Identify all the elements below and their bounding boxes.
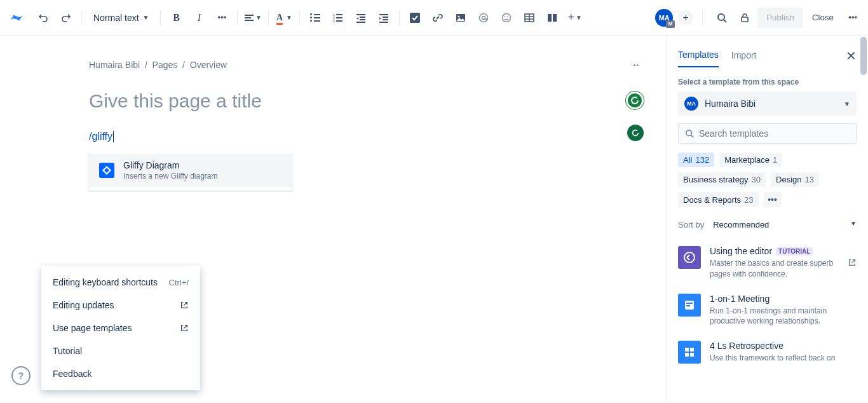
separator [81,10,82,25]
category-chip[interactable]: Design13 [771,172,819,187]
autocomplete-title: Gliffy Diagram [123,160,218,170]
main-area: Humaira Bibi / Pages / Overview ↔ Give t… [0,36,868,403]
slash-command-text[interactable]: /gliffy [89,131,114,142]
svg-rect-31 [685,353,689,357]
template-item[interactable]: 1-on-1 Meeting Run 1-on-1 meetings and m… [678,294,857,327]
layouts-button[interactable] [542,8,562,28]
template-item[interactable]: 4 Ls Retrospective Use this framework to… [678,341,857,364]
close-sidebar-icon[interactable]: ✕ [846,48,857,69]
table-button[interactable] [519,8,539,28]
autocomplete-popup: Gliffy Diagram Inserts a new Gliffy diag… [89,150,292,191]
avatar-badge: M [666,20,675,28]
space-avatar: MA [684,97,698,111]
tab-templates[interactable]: Templates [678,50,719,67]
more-actions-button[interactable]: ••• [843,8,863,28]
space-name: Humaira Bibi [705,99,837,109]
invite-button[interactable]: + [678,10,693,25]
action-item-button[interactable] [405,8,425,28]
separator [702,10,703,25]
shortcut-label: Ctrl+/ [169,278,189,287]
breadcrumb-item[interactable]: Pages [153,60,178,70]
template-title: 1-on-1 Meeting [710,294,770,304]
autocomplete-desc: Inserts a new Gliffy diagram [123,172,218,181]
svg-rect-32 [690,353,694,357]
category-chip[interactable]: Marketplace1 [719,153,782,167]
indent-button[interactable] [374,8,394,28]
more-categories-button[interactable]: ••• [764,192,782,207]
user-avatar[interactable]: MAM [655,9,673,27]
emoji-button[interactable] [496,8,517,28]
sort-select[interactable]: Recommended▼ [713,217,857,232]
breadcrumb-item[interactable]: Overview [190,60,227,70]
close-button[interactable]: Close [806,8,840,28]
svg-rect-29 [685,348,689,352]
bold-button[interactable]: B [166,8,186,28]
scrollbar[interactable] [860,37,867,75]
help-menu: Editing keyboard shortcutsCtrl+/ Editing… [41,266,200,390]
separator [268,10,269,25]
open-external-icon[interactable] [848,258,857,267]
space-selector[interactable]: MA Humaira Bibi ▼ [678,92,857,116]
sort-row: Sort by Recommended▼ [678,217,857,232]
category-chip[interactable]: All132 [678,153,714,167]
help-menu-item[interactable]: Tutorial [41,339,200,362]
separator [399,10,400,25]
svg-rect-18 [548,14,552,22]
svg-point-12 [505,16,506,17]
template-title: Using the editor [710,246,772,256]
link-button[interactable] [428,8,448,28]
help-button[interactable]: ? [11,366,31,385]
find-button[interactable] [712,8,732,28]
open-external-icon [180,324,189,332]
category-chip[interactable]: Business strategy30 [678,172,766,187]
align-button[interactable]: ▼ [243,8,263,28]
help-menu-item[interactable]: Use page templates [41,317,200,339]
text-color-button[interactable]: A▼ [274,8,294,28]
page-title-input[interactable]: Give this page a title [89,90,577,112]
svg-rect-1 [336,14,342,15]
grammarly-secondary-icon[interactable] [627,125,644,141]
bullet-list-button[interactable] [305,8,325,28]
redo-button[interactable] [56,8,76,28]
svg-rect-5 [336,20,342,22]
template-icon [678,294,701,317]
template-search-input[interactable] [699,128,850,139]
page-width-toggle[interactable]: ↔ [632,60,641,70]
help-menu-item[interactable]: Editing keyboard shortcutsCtrl+/ [41,271,200,294]
category-chip[interactable]: Docs & Reports23 [678,192,759,207]
autocomplete-item[interactable]: Gliffy Diagram Inserts a new Gliffy diag… [89,154,292,187]
mention-button[interactable] [473,8,494,28]
svg-rect-28 [686,305,690,306]
template-search[interactable] [678,123,857,144]
svg-rect-30 [690,348,694,352]
template-desc: Master the basics and create superb page… [710,258,839,280]
editor-toolbar: Normal text ▼ B I ••• ▼ A▼ 123 +▼ MAM + … [0,0,868,36]
text-style-select[interactable]: Normal text ▼ [87,8,155,28]
more-formatting-button[interactable]: ••• [212,8,232,28]
svg-rect-19 [553,14,557,22]
help-menu-item[interactable]: Editing updates [41,294,200,317]
outdent-button[interactable] [351,8,371,28]
separator [299,10,300,25]
italic-button[interactable]: I [189,8,209,28]
template-item[interactable]: Using the editorTUTORIAL Master the basi… [678,246,857,280]
publish-button[interactable]: Publish [757,8,803,28]
template-icon [678,246,701,269]
help-menu-item[interactable]: Feedback [41,362,200,385]
svg-rect-6 [410,13,420,23]
restrictions-button[interactable] [735,8,755,28]
undo-button[interactable] [33,8,53,28]
sort-label: Sort by [678,220,704,229]
image-button[interactable] [451,8,471,28]
numbered-list-button[interactable]: 123 [328,8,348,28]
svg-line-24 [691,135,694,138]
tutorial-badge: TUTORIAL [776,247,813,256]
tab-import[interactable]: Import [731,50,757,67]
svg-point-9 [480,13,488,22]
grammarly-icon[interactable] [626,92,644,109]
template-icon [678,341,701,364]
svg-point-11 [503,13,511,22]
breadcrumb-item[interactable]: Humaira Bibi [89,60,140,70]
breadcrumb: Humaira Bibi / Pages / Overview [89,60,577,70]
insert-button[interactable]: +▼ [565,8,584,28]
